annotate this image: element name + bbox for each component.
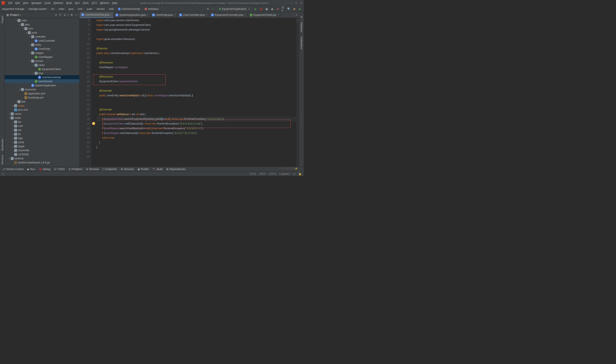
tool-run[interactable]: ▶Run	[27, 168, 35, 171]
tree-item[interactable]: ▾yuan	[5, 31, 79, 35]
caret-position[interactable]: 27:61	[250, 172, 256, 175]
tree-item[interactable]: IUserMapper	[5, 55, 79, 59]
vcs-icon[interactable]: ⟲	[206, 7, 210, 11]
menu-view[interactable]: View	[21, 1, 30, 4]
indent-info[interactable]: 4 spaces	[279, 172, 289, 175]
crumb[interactable]: setStatus	[145, 7, 159, 11]
tree-item[interactable]: ▾java	[5, 22, 79, 26]
minimize-icon[interactable]: —	[290, 1, 292, 4]
tree-item[interactable]: ▸lib	[5, 132, 79, 136]
search-icon[interactable]: 🔍	[287, 7, 291, 11]
error-stripe[interactable]: ✓	[296, 18, 299, 167]
menu-code[interactable]: Code	[43, 1, 52, 4]
crumb[interactable]: java	[69, 7, 73, 11]
tree-item[interactable]: ▾client	[5, 63, 79, 67]
status-icon[interactable]: ▢	[2, 172, 4, 175]
translate-icon[interactable]: 文A	[281, 7, 285, 11]
editor-tab[interactable]: CUserServiceImpl.java×	[80, 12, 114, 18]
settings-icon[interactable]: ⚙	[70, 13, 73, 16]
collapse-icon[interactable]: ⇲	[64, 13, 66, 16]
tree-item[interactable]: bootstrap.yml	[5, 95, 79, 100]
gutter[interactable]: 5678910111213141516171819202122232425262…	[80, 18, 91, 167]
rail-structure[interactable]: Structure	[1, 155, 4, 165]
tree-item[interactable]: ▾com	[5, 26, 79, 31]
tool-profiler[interactable]: ◉Profiler	[138, 168, 149, 171]
tab-close-icon[interactable]: ×	[206, 14, 207, 16]
crumb[interactable]: impl	[109, 7, 114, 11]
tree-item[interactable]: ▸bin	[5, 120, 79, 124]
hide-icon[interactable]: —	[75, 13, 78, 16]
tab-close-icon[interactable]: ×	[110, 13, 112, 16]
stop-icon[interactable]: ■	[276, 7, 279, 11]
ide-icon[interactable]: ▶	[298, 7, 302, 11]
breadcrumb[interactable]: equipment-manage〉manage-system〉src〉main〉…	[2, 7, 159, 11]
tree-item[interactable]: ▸logs	[5, 136, 79, 140]
tree-item[interactable]: ▾entity	[5, 43, 79, 47]
code-area[interactable]: 5678910111213141516171819202122232425262…	[80, 18, 299, 167]
tree-item[interactable]: ▾resources	[5, 87, 79, 91]
tree-item[interactable]: ▸test	[5, 100, 79, 104]
inspection-ok-icon[interactable]: ✓	[296, 19, 299, 22]
rail-maven[interactable]: m	[300, 16, 303, 18]
editor-tab[interactable]: CSystemApplication.java×	[114, 12, 150, 18]
tree-item[interactable]: CUserEntity	[5, 47, 79, 51]
chevron-down-icon[interactable]: ▾	[20, 13, 21, 16]
commit-icon[interactable]: ✓	[212, 7, 215, 11]
crumb[interactable]: UserServiceImpl	[118, 7, 140, 11]
tree-item[interactable]: ▾service	[5, 59, 79, 63]
tool-debug[interactable]: 🐞Debug	[39, 168, 50, 171]
editor-tab[interactable]: CEquipmentController.java×	[209, 12, 248, 18]
tool-terminal[interactable]: ⧉Terminal	[86, 168, 99, 171]
editor-tab[interactable]: CUserController.java×	[177, 12, 209, 18]
tree-item[interactable]: application.yml	[5, 91, 79, 95]
tree-item[interactable]: CUserController	[5, 39, 79, 43]
tab-close-icon[interactable]: ×	[245, 14, 246, 16]
tree-item[interactable]: ▸target	[5, 144, 79, 148]
intention-bulb-icon[interactable]	[92, 122, 95, 125]
run-icon[interactable]: ▶	[254, 7, 257, 11]
tree-item[interactable]: ▾controller	[5, 35, 79, 39]
crumb[interactable]: src	[51, 7, 54, 11]
tool-build[interactable]: 🔨Build	[153, 168, 162, 171]
tool-todo[interactable]: ☑TODO	[54, 168, 65, 171]
menu-help[interactable]: Help	[110, 1, 119, 4]
tree-item[interactable]: pom.xml	[5, 108, 79, 112]
tab-close-icon[interactable]: ×	[174, 14, 175, 16]
tree-item[interactable]: CUserServiceImpl	[5, 75, 79, 79]
tree-item[interactable]: IEquipmentClient	[5, 67, 79, 71]
tool-dependencies[interactable]: ⊞Dependencies	[166, 168, 186, 171]
crumb[interactable]: main	[59, 7, 64, 11]
crumb[interactable]: com	[78, 7, 82, 11]
file-encoding[interactable]: UTF-8	[269, 172, 276, 175]
tree-item[interactable]: ▾seata	[5, 116, 79, 120]
close-icon[interactable]: ✕	[300, 1, 302, 4]
crumb[interactable]: manage-system	[28, 7, 47, 11]
lock-icon[interactable]: 🔒	[298, 172, 302, 175]
tab-close-icon[interactable]: ×	[277, 14, 279, 16]
select-opened-icon[interactable]: ⊙	[55, 13, 57, 16]
add-icon[interactable]: ⊕	[293, 7, 296, 11]
tree-item[interactable]: ▾main	[5, 18, 79, 22]
crumb[interactable]: equipment-manage	[2, 7, 24, 11]
menu-file[interactable]: File	[7, 1, 14, 4]
project-tree[interactable]: ▾main▾java▾com▾yuan▾controllerCUserContr…	[5, 18, 79, 167]
run-config-selector[interactable]: EquipmentApplication ▾	[217, 7, 252, 11]
tree-item[interactable]: ▸ext	[5, 128, 79, 132]
tree-item[interactable]: ▸conf	[5, 124, 79, 128]
tool-services[interactable]: ⚙Services	[121, 168, 134, 171]
menu-build[interactable]: Build	[65, 1, 74, 4]
tree-item[interactable]: ▾mapper	[5, 51, 79, 55]
menu-tools[interactable]: Tools	[81, 1, 90, 4]
branch-icon[interactable]: ⎇	[292, 172, 295, 175]
tree-item[interactable]: ▸nacos	[5, 112, 79, 116]
tabs-more[interactable]: ⋮ ▾	[291, 13, 299, 16]
code-content[interactable]: import com.yuan.service.UserService;impo…	[91, 18, 296, 167]
tab-close-icon[interactable]: ×	[147, 14, 148, 16]
menu-edit[interactable]: Edit	[14, 1, 21, 4]
menu-run[interactable]: Run	[74, 1, 81, 4]
debug-icon[interactable]: 🐞	[259, 7, 263, 11]
editor-tab[interactable]: CUserEntity.java×	[150, 12, 177, 18]
menu-navigate[interactable]: Navigate	[30, 1, 43, 4]
tree-item[interactable]: Dockerfile	[5, 148, 79, 152]
rail-notifications[interactable]: Notifications	[300, 37, 303, 49]
